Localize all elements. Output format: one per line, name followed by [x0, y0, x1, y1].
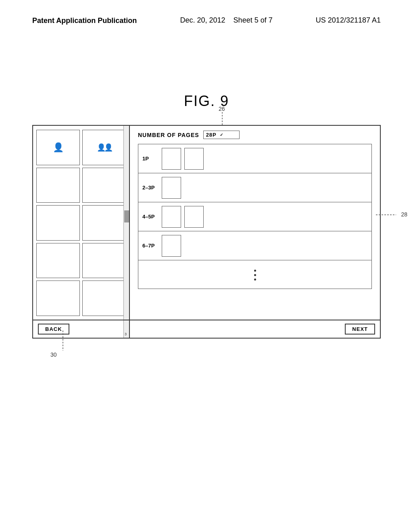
ref-26-connector: [222, 112, 223, 126]
thumb-cell-9: [36, 281, 80, 316]
page-header: Patent Application Publication Dec. 20, …: [0, 16, 413, 25]
dot-1: [254, 270, 256, 272]
back-button[interactable]: BACK: [38, 324, 69, 335]
thumb-cell-6: [82, 205, 126, 241]
next-button[interactable]: NEXT: [345, 324, 375, 335]
ref-26-label: 26: [219, 106, 225, 112]
continuation-dots: [142, 263, 367, 287]
ref-28-label: 28: [401, 211, 407, 218]
thumb-cell-1: 👤: [36, 130, 80, 165]
pages-header: NUMBER OF PAGES 28P ✓: [130, 126, 380, 144]
thumb-cell-7: [36, 243, 80, 278]
publication-date: Dec. 20, 2012: [180, 16, 225, 24]
ref-28-connector: [376, 214, 400, 215]
page-row-1p: 1P: [138, 144, 371, 173]
page-row-6-7p: 6–7P: [138, 231, 371, 260]
thumb-cell-5: [36, 205, 80, 241]
thumb-cell-3: [36, 168, 80, 203]
diagram-container: 👤 👤👤 3 26: [32, 125, 381, 339]
header-center: Dec. 20, 2012 Sheet 5 of 7: [180, 16, 273, 25]
thumb-cell-10: [82, 281, 126, 316]
page-label-6-7p: 6–7P: [142, 243, 159, 249]
bottom-buttons: BACK NEXT: [33, 320, 380, 338]
left-scrollbar[interactable]: 3: [123, 126, 129, 338]
page-label-4-5p: 4–5P: [142, 214, 159, 220]
double-person-icon: 👤👤: [97, 143, 111, 152]
thumb-cell-2: 👤👤: [82, 130, 126, 165]
thumb-cell-8: [82, 243, 126, 278]
page-thumb-4-5p-a: [162, 206, 181, 228]
left-thumbnail-panel: 👤 👤👤 3: [33, 126, 130, 338]
pages-value: 28P: [206, 132, 217, 138]
thumbnail-grid: 👤 👤👤: [33, 126, 129, 320]
dropdown-arrow-icon: ✓: [220, 133, 223, 137]
page-rows-container: 1P 2–3P 4–5P 6–7P: [138, 144, 372, 289]
page-row-2-3p: 2–3P: [138, 173, 371, 202]
page-thumb-2-3p-a: [162, 177, 181, 199]
page-label-2-3p: 2–3P: [142, 185, 159, 191]
page-thumb-4-5p-b: [184, 206, 204, 228]
ref-30-label: 30: [50, 351, 57, 358]
publication-title: Patent Application Publication: [32, 16, 137, 25]
page-thumb-6-7p-a: [162, 235, 181, 257]
right-panel: 26 NUMBER OF PAGES 28P ✓ 1P 2–3P: [130, 126, 380, 338]
pages-label: NUMBER OF PAGES: [138, 132, 199, 138]
scrollbar-thumb: [124, 210, 129, 222]
sheet-info: Sheet 5 of 7: [234, 16, 273, 24]
person-icon: 👤: [53, 142, 64, 153]
page-row-dots: [138, 260, 371, 289]
pages-dropdown[interactable]: 28P ✓: [203, 131, 240, 139]
page-label-1p: 1P: [142, 156, 159, 162]
dot-2: [254, 274, 256, 276]
page-row-4-5p: 4–5P: [138, 202, 371, 231]
thumb-cell-4: [82, 168, 126, 203]
page-thumb-1p-b: [184, 148, 204, 170]
ref-30-connector: [63, 330, 63, 351]
patent-number: US 2012/321187 A1: [316, 16, 381, 25]
dot-3: [254, 278, 256, 281]
page-thumb-1p-a: [162, 148, 181, 170]
